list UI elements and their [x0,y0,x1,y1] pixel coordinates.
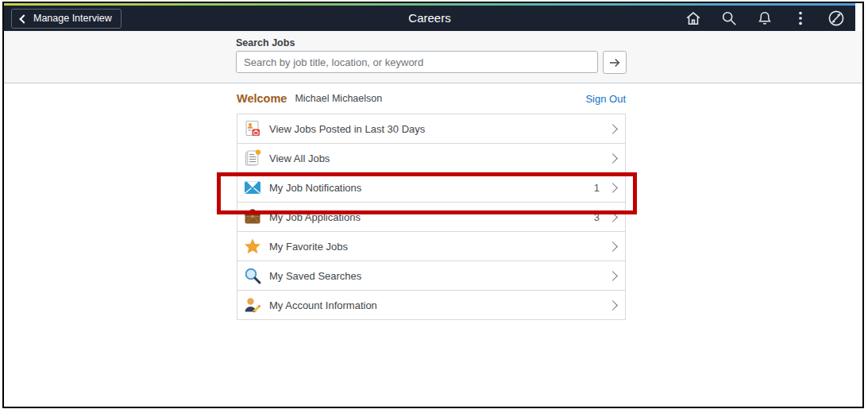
navbar-compass-icon[interactable] [827,9,846,28]
jobs-posted-30-days-icon [243,119,262,138]
chevron-right-icon [608,300,618,311]
menu-item-count: 1 [594,182,600,194]
menu-item-count: 3 [594,211,600,223]
app-window: Manage Interview Careers [2,2,864,408]
chevron-right-icon [608,183,618,193]
menu-item-label: My Favorite Jobs [269,241,600,253]
arrow-right-icon [608,56,622,70]
menu-item-label: View Jobs Posted in Last 30 Days [269,123,600,135]
search-icon[interactable] [719,9,739,28]
saved-searches-magnifier-icon [243,266,262,285]
page-title: Careers [408,3,450,31]
chevron-right-icon [608,241,618,252]
menu-item-label: My Job Notifications [269,182,594,194]
menu-item-label: My Job Applications [269,211,594,223]
chevron-right-icon [608,153,618,164]
chevron-left-icon [19,14,28,23]
menu-item-label: My Saved Searches [269,270,600,282]
header-action-icons [684,6,846,31]
chevron-right-icon [608,271,618,281]
sign-out-link[interactable]: Sign Out [585,93,626,105]
menu-row-view-all-jobs[interactable]: View All Jobs [237,143,626,173]
search-input[interactable] [236,51,598,73]
welcome-bar: Welcome Michael Michaelson Sign Out [237,91,626,106]
favorite-jobs-star-icon [243,237,262,256]
back-button-manage-interview[interactable]: Manage Interview [11,9,122,29]
more-options-icon[interactable] [791,9,810,28]
search-jobs-section: Search Jobs [4,31,862,83]
top-header-bar: Manage Interview Careers [4,3,855,31]
back-button-label: Manage Interview [33,13,112,24]
view-all-jobs-icon [243,149,262,168]
menu-row-view-jobs-posted[interactable]: View Jobs Posted in Last 30 Days [237,114,626,144]
welcome-greeting: Welcome [237,92,287,105]
user-name: Michael Michaelson [295,93,382,104]
menu-row-my-saved-searches[interactable]: My Saved Searches [237,261,626,291]
notifications-bell-icon[interactable] [755,9,774,28]
menu-row-my-job-notifications[interactable]: My Job Notifications 1 [237,172,626,203]
menu-item-label: My Account Information [269,299,600,311]
home-icon[interactable] [684,9,703,28]
menu-row-my-account-information[interactable]: My Account Information [237,290,626,320]
careers-menu-list: View Jobs Posted in Last 30 Days [237,114,626,320]
job-notifications-envelope-icon [243,178,262,197]
search-jobs-label: Search Jobs [236,37,295,48]
menu-item-label: View All Jobs [269,152,600,164]
chevron-right-icon [608,212,618,222]
account-information-person-icon [243,295,262,315]
job-applications-briefcase-icon [243,207,262,226]
menu-row-my-job-applications[interactable]: My Job Applications 3 [237,202,626,232]
search-submit-button[interactable] [603,51,627,74]
chevron-right-icon [608,124,618,134]
menu-row-my-favorite-jobs[interactable]: My Favorite Jobs [237,231,626,261]
